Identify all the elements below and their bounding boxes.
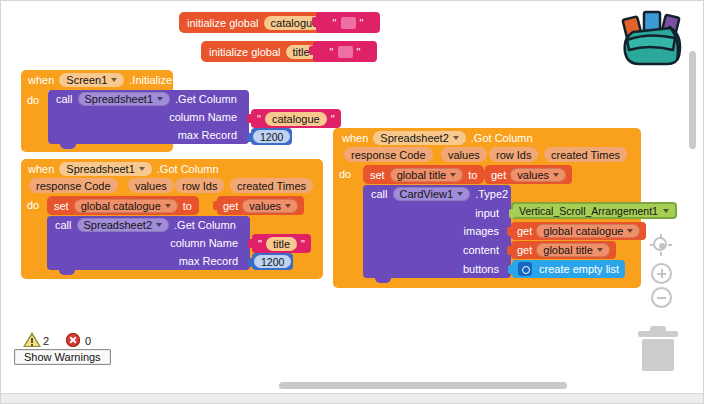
chevron-down-icon xyxy=(457,192,463,196)
value-plug xyxy=(247,133,252,142)
chevron-down-icon xyxy=(553,173,559,177)
open-quote: " xyxy=(257,113,261,125)
block-string-title[interactable]: " title " xyxy=(252,234,311,253)
do-label: do xyxy=(27,199,39,211)
event-label: .Initialize xyxy=(129,74,172,86)
text-field[interactable]: catalogue xyxy=(265,112,327,126)
chevron-down-icon xyxy=(597,248,603,252)
value-plug xyxy=(309,46,314,55)
warning-icon xyxy=(23,332,39,348)
vertical-scrollbar-thumb[interactable] xyxy=(689,51,696,149)
text-field-empty[interactable] xyxy=(341,17,356,29)
horizontal-scrollbar-thumb[interactable] xyxy=(279,382,567,389)
set-label: set xyxy=(370,169,385,181)
block-get-global-catalogue[interactable]: get global catalogue xyxy=(511,222,646,240)
block-create-empty-list[interactable]: create empty list xyxy=(512,260,625,278)
block-set-global-catalogue[interactable]: set global catalogue to xyxy=(47,196,199,215)
center-blocks-icon[interactable] xyxy=(653,237,667,251)
open-quote: " xyxy=(330,46,334,58)
open-quote: " xyxy=(258,238,262,250)
call-label: call xyxy=(56,93,73,105)
block-number-1200[interactable]: 1200 xyxy=(251,128,292,145)
component-dropdown[interactable]: Spreadsheet1 xyxy=(78,92,171,106)
variable-dropdown[interactable]: global title xyxy=(536,243,610,257)
get-label: get xyxy=(491,169,506,181)
mutator-gear-icon[interactable] xyxy=(518,262,532,276)
component-dropdown[interactable]: CardView1 xyxy=(393,187,471,201)
set-label: set xyxy=(54,200,69,212)
do-label: do xyxy=(339,168,351,180)
close-quote: " xyxy=(357,46,361,58)
show-warnings-button[interactable]: Show Warnings xyxy=(14,349,111,365)
backpack-icon[interactable] xyxy=(619,6,689,70)
blocks-canvas[interactable]: initialize global catalogue to " " initi… xyxy=(0,0,704,404)
variable-dropdown[interactable]: global catalogue xyxy=(536,224,640,238)
arg-label: max Record xyxy=(179,255,238,267)
method-label: .Type2 xyxy=(475,188,508,200)
chevron-down-icon xyxy=(627,229,633,233)
call-label: call xyxy=(55,219,72,231)
event-header[interactable]: when Screen1 .Initialize xyxy=(21,70,173,91)
event-label: .Got Column xyxy=(157,163,219,175)
trash-icon[interactable] xyxy=(637,326,679,374)
component-dropdown[interactable]: Spreadsheet2 xyxy=(77,218,170,232)
zoom-in-icon[interactable] xyxy=(651,263,672,284)
number-field[interactable]: 1200 xyxy=(254,255,291,268)
method-label: .Get Column xyxy=(175,93,237,105)
event-param: created Times xyxy=(544,147,627,162)
block-number-1200[interactable]: 1200 xyxy=(252,253,293,270)
variable-dropdown[interactable]: global title xyxy=(390,168,464,182)
text-field-empty[interactable] xyxy=(338,46,353,58)
variable-dropdown[interactable]: values xyxy=(510,168,566,182)
chevron-down-icon xyxy=(663,209,669,213)
block-call-spreadsheet1-getcolumn[interactable]: call Spreadsheet1 .Get Column column Nam… xyxy=(48,90,249,144)
arg-label: content xyxy=(463,244,499,256)
block-component-vertical-scroll-arrangement1[interactable]: Vertical_Scroll_Arrangement1 xyxy=(511,202,677,219)
get-label: get xyxy=(223,200,238,212)
error-count: 0 xyxy=(85,335,91,347)
text-field[interactable]: title xyxy=(266,237,297,251)
variable-dropdown[interactable]: global catalogue xyxy=(74,199,178,213)
arg-label: images xyxy=(464,225,499,237)
open-quote: " xyxy=(333,17,337,29)
component-dropdown[interactable]: Spreadsheet1 xyxy=(59,162,152,176)
to-label: to xyxy=(183,200,192,212)
to-label: to xyxy=(468,169,477,181)
block-get-values[interactable]: get values xyxy=(217,196,304,215)
chevron-down-icon xyxy=(157,97,163,101)
event-label: .Got Column xyxy=(471,132,533,144)
event-left-bar: do xyxy=(21,91,48,144)
method-label: .Get Column xyxy=(174,219,236,231)
block-get-values[interactable]: get values xyxy=(485,165,572,184)
block-call-cardview1-type2[interactable]: call CardView1 .Type2 input images conte… xyxy=(363,185,511,278)
next-statement-tab xyxy=(59,270,75,275)
value-plug xyxy=(312,17,317,26)
bottom-strip xyxy=(1,393,704,404)
value-plug xyxy=(507,227,512,236)
chevron-down-icon xyxy=(453,136,459,140)
when-label: when xyxy=(28,74,54,86)
close-quote: " xyxy=(360,17,364,29)
event-param: values xyxy=(441,147,487,162)
arg-label: buttons xyxy=(463,263,499,275)
variable-dropdown[interactable]: values xyxy=(242,199,298,213)
number-field[interactable]: 1200 xyxy=(253,130,290,143)
block-empty-string[interactable]: " " xyxy=(313,41,377,62)
block-set-global-title[interactable]: set global title to xyxy=(363,165,484,184)
chevron-down-icon xyxy=(156,223,162,227)
component-dropdown[interactable]: Screen1 xyxy=(59,73,124,87)
block-call-spreadsheet2-getcolumn[interactable]: call Spreadsheet2 .Get Column column Nam… xyxy=(47,216,250,270)
block-string-catalogue[interactable]: " catalogue " xyxy=(251,109,341,128)
chevron-down-icon xyxy=(450,173,456,177)
arg-label: column Name xyxy=(170,237,238,249)
block-empty-string[interactable]: " " xyxy=(316,12,380,33)
chevron-down-icon xyxy=(165,204,171,208)
init-keyword: initialize global xyxy=(209,46,281,58)
block-get-global-title[interactable]: get global title xyxy=(511,241,616,259)
arg-label: input xyxy=(475,207,499,219)
component-dropdown[interactable]: Spreadsheet2 xyxy=(373,131,466,145)
when-label: when xyxy=(28,163,54,175)
zoom-out-icon[interactable] xyxy=(651,287,672,308)
init-keyword: initialize global xyxy=(187,17,259,29)
arg-label: column Name xyxy=(169,111,237,123)
